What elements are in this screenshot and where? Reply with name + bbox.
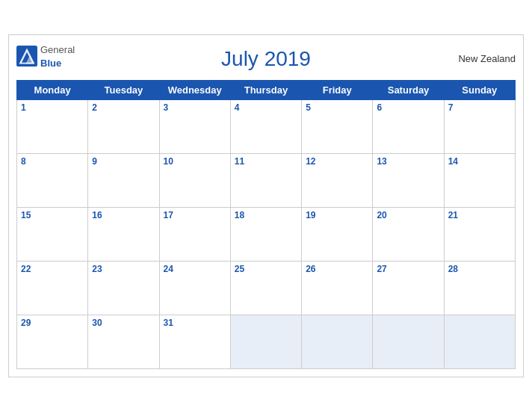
day-cell: 10 xyxy=(159,153,230,207)
week-row-1: 1234567 xyxy=(17,99,516,153)
date-number: 4 xyxy=(235,102,297,113)
day-cell: 24 xyxy=(159,261,230,315)
date-number: 26 xyxy=(306,264,368,274)
day-cell: 14 xyxy=(444,153,515,207)
date-number: 5 xyxy=(306,102,368,113)
day-cell: 13 xyxy=(373,153,444,207)
day-cell: 20 xyxy=(373,207,444,261)
day-cell: 17 xyxy=(159,207,230,261)
day-cell: 2 xyxy=(88,99,159,153)
date-number: 15 xyxy=(21,210,84,220)
date-number: 28 xyxy=(448,264,511,274)
date-number: 8 xyxy=(21,156,84,167)
date-number: 27 xyxy=(377,264,439,274)
date-number: 17 xyxy=(164,210,226,220)
day-cell: 23 xyxy=(88,261,159,315)
date-number: 10 xyxy=(164,156,226,167)
generalblue-logo-icon xyxy=(16,46,37,67)
day-cell: 28 xyxy=(444,261,515,315)
day-cell: 3 xyxy=(159,99,230,153)
day-cell: 25 xyxy=(230,261,301,315)
date-number: 23 xyxy=(92,264,155,274)
header-wednesday: Wednesday xyxy=(159,80,230,99)
calendar-grid: Monday Tuesday Wednesday Thursday Friday… xyxy=(16,80,516,369)
day-cell: 4 xyxy=(230,99,301,153)
date-number: 11 xyxy=(235,156,297,167)
date-number: 3 xyxy=(164,102,226,113)
day-cell xyxy=(302,315,373,368)
date-number: 13 xyxy=(377,156,439,167)
logo-area: General Blue xyxy=(16,43,75,69)
day-cell: 21 xyxy=(444,207,515,261)
date-number: 9 xyxy=(92,156,155,167)
date-number: 30 xyxy=(92,318,155,328)
day-cell xyxy=(373,315,444,368)
date-number: 7 xyxy=(448,102,511,113)
calendar-body: 1234567891011121314151617181920212223242… xyxy=(17,99,516,368)
day-cell: 9 xyxy=(88,153,159,207)
header-tuesday: Tuesday xyxy=(88,80,159,99)
day-cell: 26 xyxy=(302,261,373,315)
date-number: 19 xyxy=(306,210,368,220)
header-friday: Friday xyxy=(302,80,373,99)
day-cell: 16 xyxy=(88,207,159,261)
day-cell xyxy=(444,315,515,368)
header-sunday: Sunday xyxy=(444,80,515,99)
date-number: 25 xyxy=(235,264,297,274)
weekday-header-row: Monday Tuesday Wednesday Thursday Friday… xyxy=(17,80,516,99)
date-number: 1 xyxy=(21,102,84,113)
date-number: 22 xyxy=(21,264,84,274)
day-cell: 31 xyxy=(159,315,230,368)
date-number: 20 xyxy=(377,210,439,220)
day-cell: 6 xyxy=(373,99,444,153)
date-number: 29 xyxy=(21,318,84,328)
date-number: 14 xyxy=(448,156,511,167)
day-cell: 8 xyxy=(17,153,88,207)
date-number: 31 xyxy=(164,318,226,328)
week-row-5: 293031 xyxy=(17,315,516,368)
day-cell: 22 xyxy=(17,261,88,315)
calendar-wrapper: General Blue July 2019 New Zealand Monda… xyxy=(8,34,524,377)
day-cell: 19 xyxy=(302,207,373,261)
logo-text: General Blue xyxy=(40,43,75,69)
date-number: 16 xyxy=(92,210,155,220)
calendar-header: General Blue July 2019 New Zealand xyxy=(16,43,516,74)
week-row-4: 22232425262728 xyxy=(17,261,516,315)
day-cell: 5 xyxy=(302,99,373,153)
logo-general: General xyxy=(40,44,75,55)
header-monday: Monday xyxy=(17,80,88,99)
week-row-2: 891011121314 xyxy=(17,153,516,207)
header-thursday: Thursday xyxy=(230,80,301,99)
date-number: 21 xyxy=(448,210,511,220)
header-saturday: Saturday xyxy=(373,80,444,99)
date-number: 24 xyxy=(164,264,226,274)
day-cell xyxy=(230,315,301,368)
date-number: 6 xyxy=(377,102,439,113)
day-cell: 18 xyxy=(230,207,301,261)
date-number: 12 xyxy=(306,156,368,167)
day-cell: 7 xyxy=(444,99,515,153)
day-cell: 12 xyxy=(302,153,373,207)
day-cell: 15 xyxy=(17,207,88,261)
country-label: New Zealand xyxy=(458,52,516,64)
day-cell: 1 xyxy=(17,99,88,153)
date-number: 18 xyxy=(235,210,297,220)
week-row-3: 15161718192021 xyxy=(17,207,516,261)
calendar-title: July 2019 xyxy=(221,47,311,71)
logo-blue: Blue xyxy=(40,58,61,69)
day-cell: 30 xyxy=(88,315,159,368)
day-cell: 27 xyxy=(373,261,444,315)
day-cell: 29 xyxy=(17,315,88,368)
date-number: 2 xyxy=(92,102,155,113)
day-cell: 11 xyxy=(230,153,301,207)
